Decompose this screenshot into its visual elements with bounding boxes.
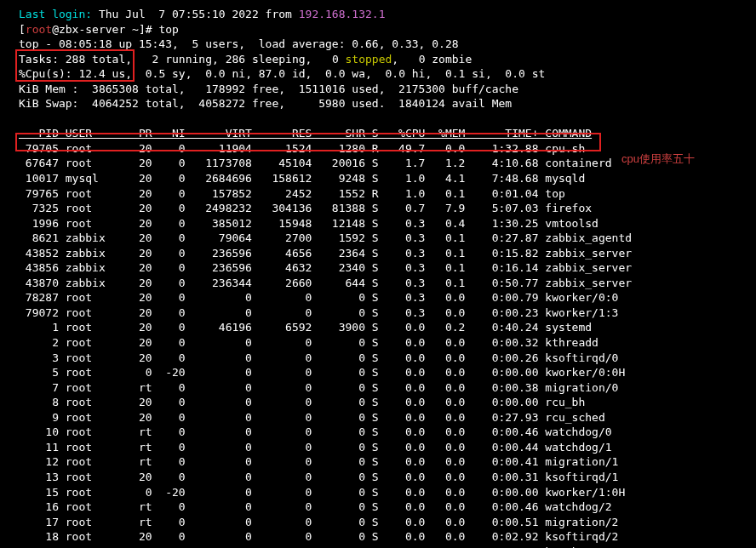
process-row[interactable]: 43870 zabbix 20 0 236344 2660 644 S 0.3 … [19,276,753,291]
process-row[interactable]: 1996 root 20 0 385012 15948 12148 S 0.3 … [19,216,753,231]
process-row[interactable]: 9 root 20 0 0 0 0 S 0.0 0.0 0:27.93 rcu_… [19,410,753,425]
process-row[interactable]: 79072 root 20 0 0 0 0 S 0.3 0.0 0:00.23 … [19,305,753,321]
process-row[interactable]: 18 root 20 0 0 0 0 S 0.0 0.0 0:02.92 kso… [19,529,753,545]
process-row[interactable]: 10017 mysql 20 0 2684696 158612 9248 S 1… [19,171,753,186]
process-row[interactable]: 7 root rt 0 0 0 0 S 0.0 0.0 0:00.38 migr… [19,380,753,396]
process-row[interactable]: 1 root 20 0 46196 6592 3900 S 0.0 0.2 0:… [19,320,753,335]
prompt-path: ~ [132,23,139,36]
login-ip: 192.168.132.1 [299,8,386,20]
annotation-text: cpu使用率五十 [621,151,695,167]
login-date: Thu Jul 7 07:55:10 2022 [99,8,259,20]
process-row[interactable]: 16 root rt 0 0 0 0 S 0.0 0.0 0:00.46 wat… [19,499,753,515]
process-row[interactable]: 20 root 0 -20 0 0 0 S 0.0 0.0 0:00.00 kw… [19,545,753,548]
process-row[interactable]: 79765 root 20 0 157852 2452 1552 R 1.0 0… [19,186,753,202]
login-prefix: Last login: [19,8,92,20]
blank-line [19,111,753,127]
process-row[interactable]: 17 root rt 0 0 0 0 S 0.0 0.0 0:00.51 mig… [19,515,753,530]
process-row[interactable]: 43856 zabbix 20 0 236596 4632 2340 S 0.3… [19,260,753,276]
top-summary: top - 08:05:18 up 15:43, 5 users, load a… [19,37,753,52]
process-row[interactable]: 2 root 20 0 0 0 0 S 0.0 0.0 0:00.32 kthr… [19,335,753,351]
process-table[interactable]: PID USER PR NI VIRT RES SHR S %CPU %MEM … [19,126,753,548]
process-row[interactable]: 43852 zabbix 20 0 236596 4656 2364 S 0.3… [19,246,753,261]
stopped-word: stopped [346,53,392,66]
cpu-us-value: 12.4 us, [72,67,132,80]
process-header: PID USER PR NI VIRT RES SHR S %CPU %MEM … [19,126,753,141]
process-row[interactable]: 10 root rt 0 0 0 0 S 0.0 0.0 0:00.46 wat… [19,425,753,440]
process-row[interactable]: 15 root 0 -20 0 0 0 S 0.0 0.0 0:00.00 kw… [19,485,753,500]
process-row[interactable]: 13 root 20 0 0 0 0 S 0.0 0.0 0:00.31 kso… [19,470,753,485]
prompt-command: top [158,23,178,36]
prompt-host: zbx-server [59,23,125,36]
top-swap: KiB Swap: 4064252 total, 4058272 free, 5… [19,96,753,111]
process-row[interactable]: 12 root rt 0 0 0 0 S 0.0 0.0 0:00.41 mig… [19,454,753,470]
process-row[interactable]: 78287 root 20 0 0 0 0 S 0.3 0.0 0:00.79 … [19,290,753,305]
process-row[interactable]: 3 root 20 0 0 0 0 S 0.0 0.0 0:00.26 ksof… [19,351,753,366]
process-row[interactable]: 11 root rt 0 0 0 0 S 0.0 0.0 0:00.44 wat… [19,440,753,455]
prompt-user: root [26,23,52,36]
prompt-line[interactable]: [root@zbx-server ~]# top [19,22,753,37]
top-mem: KiB Mem : 3865308 total, 178992 free, 15… [19,82,753,97]
process-row[interactable]: 5 root 0 -20 0 0 0 S 0.0 0.0 0:00.00 kwo… [19,365,753,380]
top-cpu: %Cpu(s): 12.4 us, 0.5 sy, 0.0 ni, 87.0 i… [19,66,753,82]
login-line: Last login: Thu Jul 7 07:55:10 2022 from… [19,7,753,22]
process-row[interactable]: 7325 root 20 0 2498232 304136 81388 S 0.… [19,201,753,216]
process-row[interactable]: 8 root 20 0 0 0 0 S 0.0 0.0 0:00.00 rcu_… [19,395,753,410]
process-row[interactable]: 8621 zabbix 20 0 79064 2700 1592 S 0.3 0… [19,231,753,246]
login-from: from [266,8,292,20]
top-tasks: Tasks: 288 total, 2 running, 286 sleepin… [19,52,753,67]
